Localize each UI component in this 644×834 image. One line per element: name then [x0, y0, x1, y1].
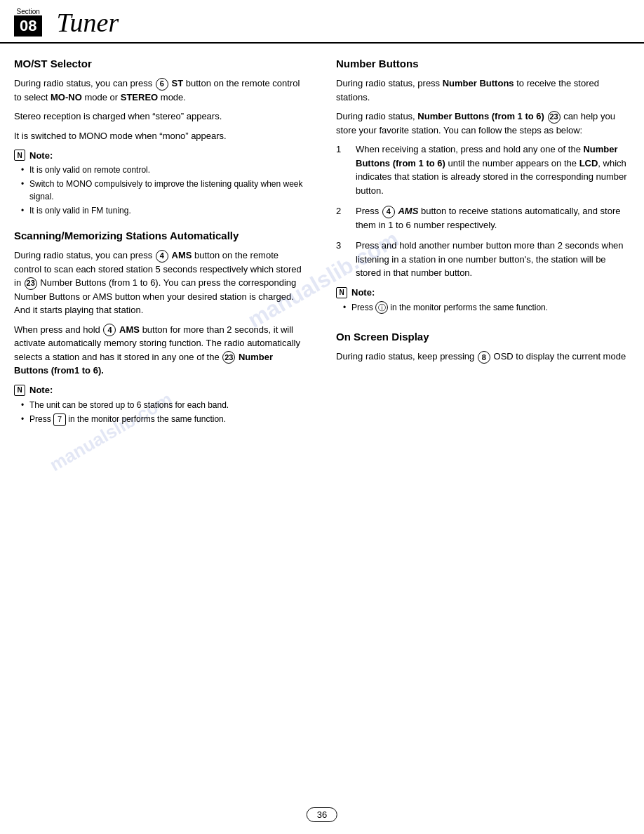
badge-7-box: 7 — [53, 413, 66, 426]
number-note-header: N Note: — [336, 287, 630, 298]
number-buttons-para2: During radio status, Number Buttons (fro… — [336, 110, 630, 137]
scanning-note: N Note: The unit can be stored up to 6 s… — [14, 385, 308, 426]
badge-23-right: 23 — [548, 111, 561, 124]
note-header: N Note: — [14, 150, 308, 161]
page-footer: 36 — [307, 809, 337, 820]
number-buttons-note: N Note: Press ⓘ in the monitor performs … — [336, 287, 630, 315]
mo-st-title: MO/ST Selector — [14, 58, 308, 70]
scanning-note-list: The unit can be stored up to 6 stations … — [14, 399, 308, 426]
step-1: 1 When receiving a station, press and ho… — [336, 143, 630, 197]
mo-st-para2: Stereo reception is charged when “stereo… — [14, 110, 308, 124]
note-icon-3: N — [336, 287, 347, 298]
badge-23b: 23 — [222, 351, 235, 364]
section-text: Section — [17, 8, 40, 15]
badge-ams: 4 — [156, 250, 168, 263]
number-buttons-title: Number Buttons — [336, 58, 630, 70]
badge-23: 23 — [25, 277, 37, 290]
badge-ams2: 4 — [103, 324, 116, 336]
scanning-title: Scanning/Memorizing Stations Automatical… — [14, 230, 308, 241]
mo-st-note-list: It is only valid on remote control. Swit… — [14, 164, 308, 217]
scanning-para2: When press and hold 4 AMS button for mor… — [14, 323, 308, 378]
right-column: Number Buttons During radio status, pres… — [322, 58, 630, 433]
badge-10: ⓘ — [375, 301, 388, 314]
badge-6: 6 — [156, 78, 168, 91]
page-number: 36 — [307, 807, 337, 822]
badge-4-step2: 4 — [382, 206, 395, 218]
step-3: 3 Press and hold another number button m… — [336, 239, 630, 280]
note-icon-2: N — [14, 385, 25, 396]
note-item: Press ⓘ in the monitor performs the same… — [343, 301, 630, 315]
note-icon: N — [14, 150, 25, 161]
osd-para: During radio status, keep pressing 8 OSD… — [336, 350, 630, 364]
note-item: Press 7 in the monitor performs the same… — [21, 413, 308, 426]
step-2: 2 Press 4 AMS button to receive stations… — [336, 204, 630, 232]
scanning-para1: During radio status, you can press 4 AMS… — [14, 249, 308, 317]
number-note-list: Press ⓘ in the monitor performs the same… — [336, 301, 630, 315]
number-buttons-para1: During radio status, press Number Button… — [336, 77, 630, 104]
left-column: MO/ST Selector During radio status, you … — [14, 58, 322, 433]
note-item: It is only valid on remote control. — [21, 164, 308, 176]
scanning-note-header: N Note: — [14, 385, 308, 396]
page-header: Section 08 Tuner — [0, 0, 644, 44]
page-title: Tuner — [56, 7, 119, 38]
main-content: MO/ST Selector During radio status, you … — [0, 44, 644, 447]
section-label: Section 08 — [14, 8, 42, 37]
mo-st-para1: During radio status, you can press 6 ST … — [14, 77, 308, 104]
osd-title: On Screen Display — [336, 331, 630, 343]
note-item: Switch to MONO compulsively to improve t… — [21, 178, 308, 203]
section-number: 08 — [14, 15, 42, 37]
steps-list: 1 When receiving a station, press and ho… — [336, 143, 630, 280]
mo-st-note: N Note: It is only valid on remote contr… — [14, 150, 308, 217]
note-item: It is only valid in FM tuning. — [21, 204, 308, 217]
note-item: The unit can be stored up to 6 stations … — [21, 399, 308, 411]
mo-st-para3: It is switched to MONO mode when “mono” … — [14, 129, 308, 143]
badge-8: 8 — [478, 351, 490, 364]
